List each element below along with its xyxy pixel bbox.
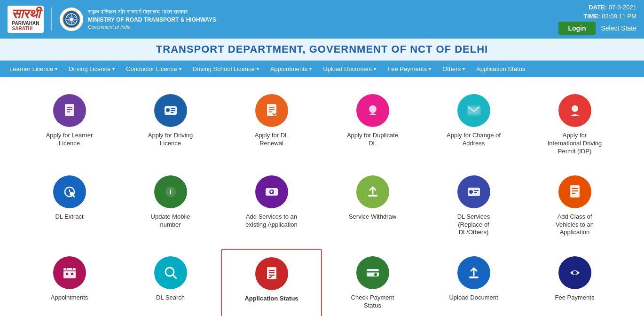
service-label-apply-ll: Apply for Learner Licence: [41, 132, 98, 148]
sarathi-logo: सारथी PARIVAHAN SARATHI: [8, 6, 44, 33]
caret-icon: ▾: [179, 66, 181, 71]
svg-rect-40: [368, 195, 377, 197]
service-item-apply-dl[interactable]: Apply for Driving Licence: [120, 87, 221, 163]
service-label-service-withdraw: Service Withdraw: [349, 213, 396, 221]
nav-application-status[interactable]: Application Status: [471, 61, 531, 77]
svg-point-42: [469, 190, 473, 194]
service-label-add-class: Add Class of Vehicles to an Application: [547, 213, 603, 237]
service-label-change-address: Apply for Change of Address: [446, 132, 502, 148]
service-icon-update-mobile: i: [154, 175, 187, 208]
nav-others[interactable]: Others ▾: [437, 61, 471, 77]
service-item-dl-services[interactable]: DL Services (Replace of DL/Others): [423, 168, 524, 245]
service-item-add-class[interactable]: Add Class of Vehicles to an Application: [524, 168, 625, 245]
navbar: Learner Licence ▾ Driving Licence ▾ Cond…: [0, 61, 644, 77]
ministry-text-block: सड़क परिवहन और राजमार्ग मंत्रालय भारत सर…: [88, 8, 216, 31]
sarathi-label: SARATHI: [12, 26, 33, 31]
nav-learner-licence[interactable]: Learner Licence ▾: [4, 61, 63, 77]
service-icon-add-services: [255, 175, 288, 208]
nav-appointments[interactable]: Appointments ▾: [265, 61, 318, 77]
service-item-appointments[interactable]: Appointments: [19, 249, 120, 316]
sarathi-logo-graphic: सारथी PARIVAHAN SARATHI: [11, 8, 40, 31]
ministry-hindi: सड़क परिवहन और राजमार्ग मंत्रालय भारत सर…: [88, 8, 216, 16]
service-label-dl-renewal: Apply for DL Renewal: [243, 132, 300, 148]
service-item-fee-payments[interactable]: Fee Payments: [524, 249, 625, 316]
caret-icon: ▾: [309, 66, 312, 71]
service-label-upload-doc: Upload Document: [449, 294, 498, 302]
sarathi-hindi-text: सारथी: [11, 8, 40, 21]
service-item-change-address[interactable]: Apply for Change of Address: [423, 87, 524, 163]
caret-icon: ▾: [374, 66, 376, 71]
nav-conductor-licence[interactable]: Conductor Licence ▾: [120, 61, 187, 77]
service-item-intl-permit[interactable]: Apply for International Driving Permit (…: [524, 87, 625, 163]
service-label-check-payment: Check Payment Status: [345, 294, 401, 310]
caret-icon: ▾: [55, 66, 57, 71]
service-label-duplicate-dl: Apply for Duplicate DL: [345, 132, 401, 148]
service-icon-service-withdraw: [356, 175, 389, 208]
service-item-add-services[interactable]: Add Services to an existing Application: [221, 168, 322, 245]
service-label-update-mobile: Update Mobile number: [142, 213, 199, 229]
header-right: DATE: 07-3-2021 TIME: 03:08:11 PM Login …: [558, 4, 636, 35]
svg-point-29: [572, 105, 578, 112]
service-label-dl-search: DL Search: [156, 294, 185, 302]
ashoka-wheel-svg: [62, 10, 81, 29]
nav-upload-document[interactable]: Upload Document ▾: [317, 61, 382, 77]
svg-line-56: [173, 275, 176, 278]
svg-rect-49: [63, 268, 76, 278]
header: सारथी PARIVAHAN SARATHI: [0, 0, 644, 39]
nav-driving-school-licence[interactable]: Driving School Licence ▾: [187, 61, 265, 77]
header-buttons: Login Select State: [558, 22, 636, 35]
svg-point-65: [573, 271, 577, 275]
service-item-dl-extract[interactable]: DL Extract: [19, 168, 120, 245]
select-state-button[interactable]: Select State: [601, 22, 637, 35]
service-label-add-services: Add Services to an existing Application: [243, 213, 300, 229]
svg-text:i: i: [170, 188, 172, 196]
service-icon-check-payment: [356, 256, 389, 289]
nav-fee-payments[interactable]: Fee Payments ▾: [382, 61, 437, 77]
service-item-service-withdraw[interactable]: Service Withdraw: [322, 168, 423, 245]
caret-icon: ▾: [257, 66, 259, 71]
service-icon-change-address: [457, 94, 490, 127]
gov-india: Government of India: [88, 24, 216, 31]
time-label: TIME:: [583, 13, 600, 20]
main-content: Apply for Learner LicenceApply for Drivi…: [0, 77, 644, 316]
service-item-update-mobile[interactable]: iUpdate Mobile number: [120, 168, 221, 245]
svg-rect-53: [66, 273, 68, 275]
service-item-app-status[interactable]: Application Status: [221, 249, 322, 316]
service-item-dl-search[interactable]: DL Search: [120, 249, 221, 316]
service-icon-apply-ll: [53, 94, 86, 127]
service-icon-dl-search: [154, 256, 187, 289]
service-icon-appointments: [53, 256, 86, 289]
service-icon-dl-renewal: [255, 94, 288, 127]
svg-rect-54: [71, 273, 73, 275]
date-row: DATE: 07-3-2021: [589, 4, 636, 11]
service-item-check-payment[interactable]: Check Payment Status: [322, 249, 423, 316]
service-item-dl-renewal[interactable]: Apply for DL Renewal: [221, 87, 322, 163]
service-label-appointments: Appointments: [51, 294, 88, 302]
parivahan-sarathi-labels: PARIVAHAN SARATHI: [12, 21, 39, 31]
service-item-duplicate-dl[interactable]: Apply for Duplicate DL: [322, 87, 423, 163]
service-icon-add-class: [558, 175, 591, 208]
service-item-apply-ll[interactable]: Apply for Learner Licence: [19, 87, 120, 163]
ashoka-chakra: [60, 8, 83, 31]
nav-driving-licence[interactable]: Driving Licence ▾: [63, 61, 120, 77]
svg-point-18: [166, 108, 170, 112]
caret-icon: ▾: [112, 66, 115, 71]
date-label: DATE:: [589, 4, 607, 11]
service-label-dl-services: DL Services (Replace of DL/Others): [446, 213, 502, 237]
page-title: TRANSPORT DEPARTMENT, GOVERNMENT OF NCT …: [0, 39, 644, 61]
caret-icon: ▾: [429, 66, 431, 71]
service-item-upload-doc[interactable]: Upload Document: [423, 249, 524, 316]
service-icon-app-status: [255, 257, 288, 290]
service-icon-fee-payments: [558, 256, 591, 289]
service-icon-upload-doc: [457, 256, 490, 289]
services-grid: Apply for Learner LicenceApply for Drivi…: [19, 87, 625, 316]
login-button[interactable]: Login: [558, 22, 595, 35]
svg-point-26: [369, 105, 377, 113]
service-icon-duplicate-dl: [356, 94, 389, 127]
service-icon-intl-permit: [558, 94, 591, 127]
svg-rect-64: [469, 276, 479, 278]
service-label-app-status: Application Status: [244, 295, 298, 303]
service-icon-apply-dl: [154, 94, 187, 127]
service-icon-dl-extract: [53, 175, 86, 208]
service-label-fee-payments: Fee Payments: [555, 294, 595, 302]
